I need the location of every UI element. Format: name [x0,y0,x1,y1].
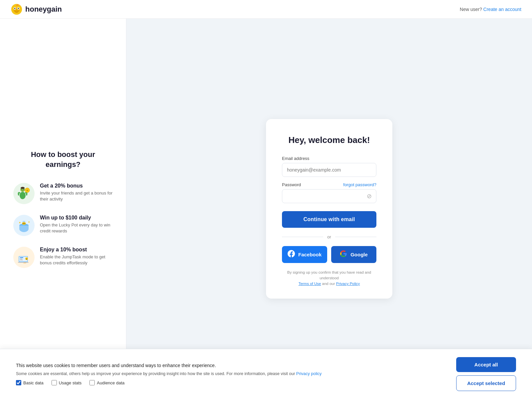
new-user-text: New user? [460,7,482,12]
svg-point-12 [21,187,25,189]
privacy-policy-link[interactable]: Privacy Policy [336,282,360,286]
google-label: Google [350,252,368,257]
cookie-options: Basic data Usage stats Audience data [16,380,446,385]
facebook-label: Facebook [298,252,322,257]
feature-title-bonus: Get a 20% bonus [40,183,113,189]
jumptask-illustration: J [16,249,32,265]
password-wrapper: ⊘ [282,189,376,203]
right-panel: Hey, welcome back! Email address Passwor… [126,19,532,399]
logo-icon [11,3,23,15]
accept-selected-button[interactable]: Accept selected [456,375,516,391]
header: honeygain New user? Create an account [0,0,532,19]
cookie-privacy-link[interactable]: Privacy policy [296,371,322,376]
feature-item-bonus: + Get a 20% bonus Invite your friends an… [13,183,113,204]
bonus-icon: + [13,183,35,204]
password-label-row: Password forgot password? [282,182,376,187]
email-input[interactable] [282,163,376,177]
jumptask-icon: J [13,247,35,268]
create-account-link[interactable]: Create an account [483,7,521,12]
svg-point-17 [23,221,24,222]
feature-list: + Get a 20% bonus Invite your friends an… [13,183,113,268]
lucky-illustration: ★ ★ [16,217,32,233]
facebook-login-button[interactable]: Facebook [282,246,327,263]
feature-desc-lucky: Open the Lucky Pot every day to win cred… [40,222,113,234]
svg-point-7 [20,192,26,199]
login-title: Hey, welcome back! [282,135,376,145]
terms-confirm-text: By signing up you confirm that you have … [287,270,371,280]
forgot-password-link[interactable]: forgot password? [343,182,376,187]
continue-email-button[interactable]: Continue with email [282,211,376,228]
svg-rect-23 [20,257,23,258]
feature-desc-bonus: Invite your friends and get a bonus for … [40,190,113,202]
or-text: or [327,234,331,239]
svg-point-11 [23,189,24,190]
email-form-group: Email address [282,156,376,177]
feature-desc-jumptask: Enable the JumpTask mode to get bonus cr… [40,254,113,266]
cookie-sub-text: Some cookies are essential, others help … [16,371,446,377]
cookie-banner: This website uses cookies to remember us… [0,349,532,399]
facebook-icon [288,250,295,259]
google-icon [340,250,347,259]
logo-text: honeygain [25,5,62,14]
password-form-group: Password forgot password? ⊘ [282,182,376,203]
left-panel: How to boost your earnings? + [0,19,126,399]
accept-all-button[interactable]: Accept all [456,357,516,372]
password-label: Password [282,182,301,187]
svg-text:★: ★ [19,221,21,224]
feature-title-lucky: Win up to $100 daily [40,215,113,221]
cookie-option-audience[interactable]: Audience data [89,380,124,385]
svg-text:★: ★ [28,221,30,223]
bonus-illustration: + [16,186,32,201]
logo-link[interactable]: honeygain [11,3,62,15]
boost-title: How to boost your earnings? [13,150,113,169]
audience-data-label: Audience data [97,380,124,385]
main-layout: How to boost your earnings? + [0,0,532,399]
login-card: Hey, welcome back! Email address Passwor… [266,119,392,299]
feature-text-jumptask: Enjoy a 10% boost Enable the JumpTask mo… [40,247,113,266]
svg-point-5 [18,8,19,9]
or-divider: or [282,234,376,239]
feature-text-bonus: Get a 20% bonus Invite your friends and … [40,183,113,202]
social-buttons: Facebook Google [282,246,376,263]
basic-data-checkbox[interactable] [16,380,21,385]
svg-rect-28 [18,262,29,263]
email-label: Email address [282,156,376,161]
svg-rect-25 [20,260,23,260]
eye-toggle-icon[interactable]: ⊘ [367,193,372,200]
svg-point-10 [21,189,22,190]
lucky-icon: ★ ★ [13,215,35,236]
usage-stats-label: Usage stats [59,380,82,385]
terms-of-use-link[interactable]: Terms of Use [299,282,321,286]
basic-data-label: Basic data [23,380,44,385]
cookie-option-usage[interactable]: Usage stats [52,380,82,385]
cookie-main-text: This website uses cookies to remember us… [16,363,446,368]
usage-stats-checkbox[interactable] [52,380,57,385]
terms-text: By signing up you confirm that you have … [282,270,376,287]
cookie-sub-content: Some cookies are essential, others help … [16,371,295,376]
cookie-buttons: Accept all Accept selected [456,357,516,391]
feature-item-lucky: ★ ★ Win up to $100 daily Open the Lucky … [13,215,113,236]
svg-rect-15 [19,225,29,229]
feature-item-jumptask: J Enjoy a 10% boost Enable the JumpTask … [13,247,113,268]
svg-text:+: + [26,189,28,192]
svg-rect-24 [20,259,22,259]
svg-text:J: J [26,258,27,260]
feature-title-jumptask: Enjoy a 10% boost [40,247,113,253]
audience-data-checkbox[interactable] [89,380,95,385]
header-new-user: New user? Create an account [460,7,521,12]
cookie-option-basic[interactable]: Basic data [16,380,44,385]
google-login-button[interactable]: Google [331,246,376,263]
svg-point-18 [24,221,25,222]
svg-point-4 [14,8,16,9]
password-input[interactable] [282,189,376,203]
cookie-text-block: This website uses cookies to remember us… [16,363,446,386]
terms-and-text: and our [322,282,335,286]
feature-text-lucky: Win up to $100 daily Open the Lucky Pot … [40,215,113,234]
